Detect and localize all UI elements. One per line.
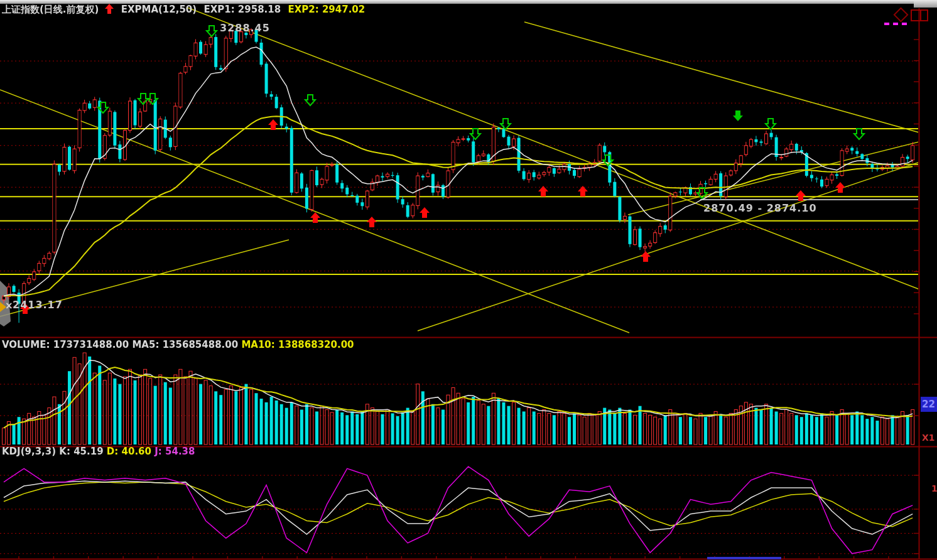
volume-value: VOLUME: 173731488.00 xyxy=(2,339,129,350)
window-split-icon[interactable] xyxy=(911,9,928,21)
chart-canvas[interactable] xyxy=(0,0,937,560)
exp2-value: EXP2: 2947.02 xyxy=(288,4,365,15)
kdj-d-value: D: 40.60 xyxy=(107,446,151,457)
kdj-j-value: J: 54.38 xyxy=(154,446,195,457)
x1-axis-label: X1 xyxy=(922,433,935,443)
volume-axis-badge: 22 xyxy=(921,397,937,412)
main-chart-header: 上证指数(日线.前复权) EXPMA(12,50) EXP1: 2958.18 … xyxy=(2,4,369,16)
exp1-value: EXP1: 2958.18 xyxy=(203,4,281,15)
volume-ma5-value: MA5: 135685488.00 xyxy=(132,339,238,350)
gap-range-label: 2870.49 - 2874.10 xyxy=(703,202,817,214)
kdj-name: KDJ(9,3,3) xyxy=(2,446,56,457)
magenta-dashed-marker xyxy=(884,23,907,25)
volume-ma10-value: MA10: 138868320.00 xyxy=(241,339,354,350)
indicator-name: EXPMA(12,50) xyxy=(121,4,197,15)
volume-header: VOLUME: 173731488.00 MA5: 135685488.00 M… xyxy=(2,339,354,350)
peak-price-label: 3288.45 xyxy=(220,22,270,34)
kdj-axis-label: 1 xyxy=(931,483,937,493)
titlebar-corner xyxy=(914,0,937,8)
kdj-k-value: K: 45.19 xyxy=(59,446,103,457)
drawing-anchor-cross: × xyxy=(5,300,13,311)
up-arrow-icon xyxy=(105,4,114,14)
kdj-header: KDJ(9,3,3) K: 45.19 D: 40.60 J: 54.38 xyxy=(2,446,195,457)
symbol-title: 上证指数(日线.前复权) xyxy=(2,4,99,15)
low-price-label: 2413.17 xyxy=(13,299,63,311)
trading-terminal-window: 上证指数(日线.前复权) EXPMA(12,50) EXP1: 2958.18 … xyxy=(0,0,937,560)
